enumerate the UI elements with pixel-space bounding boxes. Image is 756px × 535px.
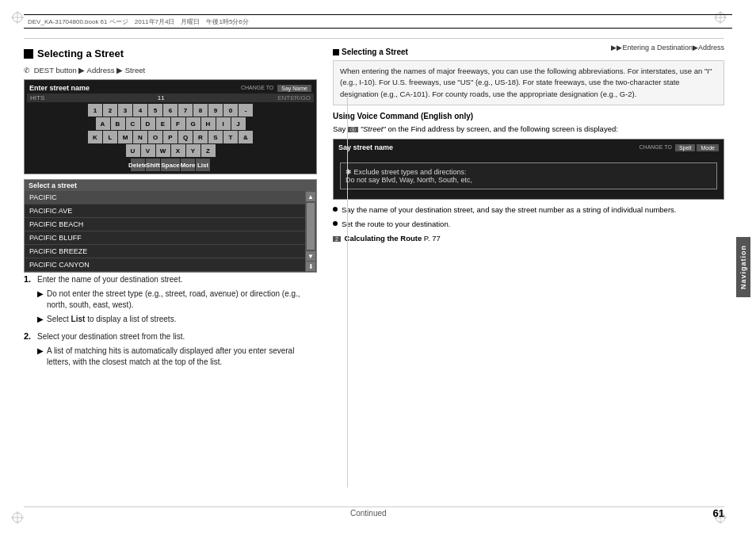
key-i[interactable]: I bbox=[216, 117, 231, 130]
key-amp[interactable]: & bbox=[239, 131, 253, 143]
right-section-title: Selecting a Street bbox=[342, 48, 408, 56]
key-m[interactable]: M bbox=[118, 131, 132, 143]
key-5[interactable]: 5 bbox=[148, 104, 162, 117]
scroll-down-arrow[interactable]: ▼ bbox=[306, 251, 315, 261]
street-item-pacific-breeze[interactable]: PACIFIC BREEZE bbox=[25, 245, 305, 258]
instruction-2-content: Select your destination street from the … bbox=[37, 331, 317, 368]
keyboard-row-u: U V W X Y Z bbox=[27, 144, 314, 157]
screen-title-bar: Enter street name CHANGE TO Say Name bbox=[27, 82, 314, 94]
say-name-button[interactable]: Say Name bbox=[277, 85, 311, 92]
scroll-bar: ▲ ▼ ⬇ bbox=[305, 191, 316, 272]
keyboard-row-numbers: 1 2 3 4 5 6 7 8 9 0 - bbox=[27, 104, 314, 117]
key-space[interactable]: Space bbox=[161, 159, 180, 171]
key-list[interactable]: List bbox=[196, 159, 210, 171]
corner-mark-tl bbox=[10, 10, 25, 25]
enter-label: ENTER/GO bbox=[277, 94, 311, 101]
key-p[interactable]: P bbox=[163, 131, 178, 143]
arrow-right-icon-1: ▶ bbox=[37, 289, 44, 298]
key-u[interactable]: U bbox=[126, 144, 140, 157]
key-z[interactable]: Z bbox=[201, 144, 216, 157]
scroll-up-arrow[interactable]: ▲ bbox=[306, 192, 315, 201]
key-h[interactable]: H bbox=[201, 117, 216, 130]
right-sidebar: Navigation bbox=[731, 0, 756, 535]
section-heading-text: Selecting a Street bbox=[37, 48, 124, 59]
select-street-box: Select a street PACIFIC PACIFIC AVE PACI… bbox=[24, 179, 317, 273]
page-footer: Continued 61 bbox=[24, 507, 724, 519]
column-divider bbox=[347, 95, 348, 487]
key-e[interactable]: E bbox=[156, 117, 170, 130]
hits-bar: HITS 11 ENTER/GO bbox=[27, 94, 314, 102]
voice-keyword: "Street" bbox=[361, 124, 386, 133]
change-to-label: CHANGE TO bbox=[241, 85, 273, 92]
key-o[interactable]: O bbox=[148, 131, 162, 143]
street-item-pacific-bluff[interactable]: PACIFIC BLUFF bbox=[25, 231, 305, 245]
right-section-icon bbox=[333, 49, 339, 55]
footer-divider bbox=[24, 506, 724, 507]
key-more[interactable]: More bbox=[181, 159, 195, 171]
key-y[interactable]: Y bbox=[186, 144, 200, 157]
bullet-item-1: Say the name of your destination street,… bbox=[333, 204, 724, 215]
key-v[interactable]: V bbox=[141, 144, 155, 157]
main-content: Selecting a Street ✆ DEST button ▶ Addre… bbox=[24, 48, 724, 511]
key-k[interactable]: K bbox=[88, 131, 102, 143]
right-column: Selecting a Street When entering the nam… bbox=[333, 48, 724, 511]
key-4[interactable]: 4 bbox=[133, 104, 147, 117]
key-6[interactable]: 6 bbox=[163, 104, 178, 117]
key-7[interactable]: 7 bbox=[178, 104, 193, 117]
key-a[interactable]: A bbox=[96, 117, 110, 130]
info-text: When entering the names of major freeway… bbox=[340, 67, 712, 98]
path-text: DEST button ▶ Address ▶ Street bbox=[34, 66, 145, 75]
keyboard-row-k: K L M N O P Q R S T & bbox=[27, 131, 314, 143]
key-dash[interactable]: - bbox=[239, 104, 253, 117]
key-d[interactable]: D bbox=[141, 117, 155, 130]
key-j[interactable]: J bbox=[231, 117, 246, 130]
key-f[interactable]: F bbox=[171, 117, 185, 130]
voice-screen-content: ✱ Exclude street types and directions: D… bbox=[336, 153, 721, 197]
instruction-1-sub1: ▶ Do not enter the street type (e.g., st… bbox=[37, 289, 317, 311]
key-0[interactable]: 0 bbox=[223, 104, 238, 117]
screen-title: Enter street name bbox=[29, 84, 90, 92]
hits-label: HITS bbox=[30, 94, 44, 101]
voice-mode-button[interactable]: Mode bbox=[697, 144, 719, 151]
key-r[interactable]: R bbox=[193, 131, 208, 143]
bullet-text-2: Set the route to your destination. bbox=[342, 219, 450, 229]
section-heading-icon bbox=[24, 49, 33, 59]
key-b[interactable]: B bbox=[111, 117, 125, 130]
key-1[interactable]: 1 bbox=[88, 104, 102, 117]
key-g[interactable]: G bbox=[186, 117, 200, 130]
street-item-pacific-ave[interactable]: PACIFIC AVE bbox=[25, 204, 305, 218]
key-n[interactable]: N bbox=[133, 131, 147, 143]
key-t[interactable]: T bbox=[223, 131, 238, 143]
instruction-1-num: 1. bbox=[24, 274, 35, 284]
street-item-pacific[interactable]: PACIFIC bbox=[25, 191, 305, 204]
doc-info-text: DEV_KA-31704800.book 61 ページ 2011年7月4日 月曜… bbox=[28, 17, 249, 26]
key-w[interactable]: W bbox=[156, 144, 170, 157]
instruction-1-content: Enter the name of your destination stree… bbox=[37, 274, 317, 325]
key-2[interactable]: 2 bbox=[103, 104, 117, 117]
key-delete[interactable]: Delete bbox=[131, 159, 145, 171]
key-s[interactable]: S bbox=[208, 131, 223, 143]
key-shift[interactable]: Shift bbox=[146, 159, 160, 171]
instruction-2-sub1-text: A list of matching hits is automatically… bbox=[47, 346, 317, 368]
instruction-1-sub2-text: Select List to display a list of streets… bbox=[47, 314, 176, 325]
path-line: ✆ DEST button ▶ Address ▶ Street bbox=[24, 66, 317, 75]
left-column: Selecting a Street ✆ DEST button ▶ Addre… bbox=[24, 48, 317, 511]
bullet-dot-1 bbox=[333, 207, 338, 212]
doc-header: DEV_KA-31704800.book 61 ページ 2011年7月4日 月曜… bbox=[24, 14, 732, 29]
key-3[interactable]: 3 bbox=[118, 104, 132, 117]
key-8[interactable]: 8 bbox=[193, 104, 208, 117]
voice-spell-button[interactable]: Spell bbox=[675, 144, 696, 151]
key-l[interactable]: L bbox=[103, 131, 117, 143]
key-9[interactable]: 9 bbox=[208, 104, 223, 117]
instruction-1-sub1-text: Do not enter the street type (e.g., stre… bbox=[47, 289, 317, 311]
scroll-bottom-arrow[interactable]: ⬇ bbox=[306, 262, 315, 271]
voice-change-to: CHANGE TO bbox=[640, 144, 672, 151]
instruction-2-sub1: ▶ A list of matching hits is automatical… bbox=[37, 346, 317, 368]
key-c[interactable]: C bbox=[126, 117, 140, 130]
street-item-pacific-canyon[interactable]: PACIFIC CANYON bbox=[25, 258, 305, 272]
key-q[interactable]: Q bbox=[178, 131, 193, 143]
key-x[interactable]: X bbox=[171, 144, 185, 157]
voice-note-box: ✱ Exclude street types and directions: D… bbox=[340, 162, 717, 189]
street-item-pacific-beach[interactable]: PACIFIC BEACH bbox=[25, 218, 305, 231]
continued-text: Continued bbox=[24, 509, 713, 518]
